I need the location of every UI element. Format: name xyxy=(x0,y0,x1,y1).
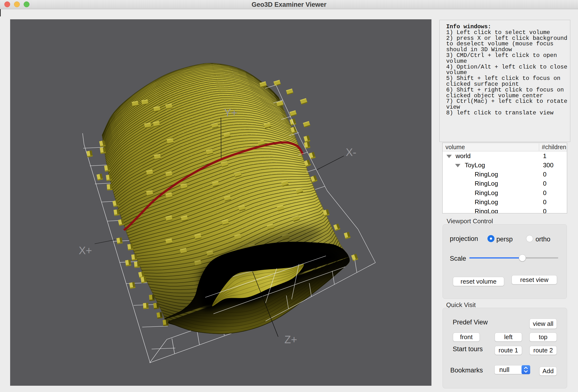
svg-text:Y+: Y+ xyxy=(224,107,237,119)
svg-text:X-: X- xyxy=(346,146,356,158)
svg-text:Z+: Z+ xyxy=(285,334,297,346)
svg-text:X+: X+ xyxy=(79,245,92,256)
